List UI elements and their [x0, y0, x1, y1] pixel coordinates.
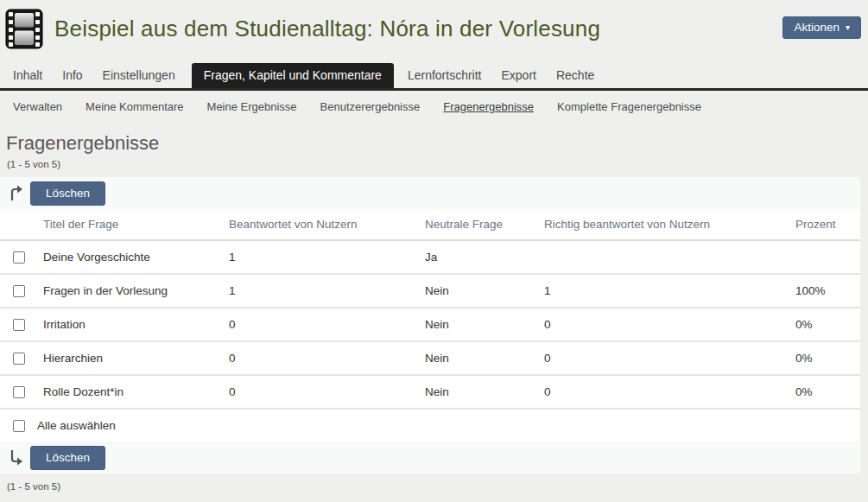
- subtab-komplette-fragenergebnisse[interactable]: Komplette Fragenergebnisse: [557, 100, 701, 113]
- table-row: Deine Vorgeschichte 1 Ja: [0, 240, 860, 274]
- cell-question-title: Hierarchien: [35, 341, 220, 375]
- cell-correct: 1: [535, 274, 787, 308]
- actions-button-label: Aktionen: [794, 21, 839, 34]
- cell-correct: [535, 240, 787, 274]
- cell-percent: 100%: [787, 274, 860, 308]
- delete-button-bottom[interactable]: Löschen: [30, 446, 105, 470]
- section-title: Fragenergebnisse: [6, 132, 868, 155]
- tab-inhalt[interactable]: Inhalt: [4, 63, 51, 88]
- row-checkbox[interactable]: [13, 319, 25, 331]
- apply-to-selection-down-arrow-icon: [9, 449, 23, 466]
- col-richtig-beantwortet: Richtig beantwortet von Nutzern: [535, 209, 787, 240]
- subtab-fragenergebnisse[interactable]: Fragenergebnisse: [443, 100, 534, 113]
- cell-neutral: Nein: [416, 274, 535, 308]
- cell-percent: 0%: [787, 375, 860, 409]
- main-tabbar: Inhalt Info Einstellungen Fragen, Kapite…: [0, 51, 868, 91]
- cell-neutral: Nein: [416, 308, 535, 341]
- col-prozent: Prozent: [787, 209, 860, 240]
- cell-percent: [787, 240, 860, 274]
- col-titel-der-frage: Titel der Frage: [35, 209, 220, 240]
- header-checkbox-spacer: [0, 209, 35, 240]
- tab-fragen-kapitel-kommentare[interactable]: Fragen, Kapitel und Kommentare: [192, 63, 394, 88]
- cell-answered: 0: [220, 375, 416, 409]
- apply-to-selection-up-arrow-icon: [9, 185, 23, 201]
- sub-tabbar: Verwalten Meine Kommentare Meine Ergebni…: [0, 91, 868, 118]
- select-all-label: Alle auswählen: [37, 419, 116, 432]
- row-checkbox[interactable]: [13, 353, 25, 365]
- cell-correct: 0: [535, 341, 787, 375]
- tab-rechte[interactable]: Rechte: [548, 63, 603, 88]
- result-range-bottom: (1 - 5 von 5): [7, 481, 868, 492]
- tab-info[interactable]: Info: [54, 63, 91, 88]
- subtab-verwalten[interactable]: Verwalten: [13, 100, 62, 113]
- tab-einstellungen[interactable]: Einstellungen: [94, 63, 184, 88]
- question-results-table: Titel der Frage Beantwortet von Nutzern …: [0, 209, 860, 442]
- cell-neutral: Nein: [416, 375, 535, 409]
- col-beantwortet-von-nutzern: Beantwortet von Nutzern: [220, 209, 416, 240]
- cell-question-title: Rolle Dozent*in: [35, 375, 220, 409]
- subtab-meine-kommentare[interactable]: Meine Kommentare: [86, 100, 183, 113]
- bottom-toolbar: Löschen: [0, 442, 860, 473]
- select-all-row: Alle auswählen: [0, 409, 860, 442]
- cell-question-title: Deine Vorgeschichte: [35, 240, 220, 274]
- film-strip-icon: [5, 9, 43, 49]
- subtab-benutzerergebnisse[interactable]: Benutzerergebnisse: [320, 100, 421, 113]
- tab-export[interactable]: Export: [493, 63, 545, 88]
- cell-correct: 0: [535, 308, 787, 341]
- row-checkbox[interactable]: [13, 386, 25, 398]
- page-title: Beispiel aus dem Studienalltag: Nóra in …: [54, 16, 600, 42]
- cell-answered: 1: [220, 240, 416, 274]
- page-header: Beispiel aus dem Studienalltag: Nóra in …: [0, 0, 868, 51]
- tab-lernfortschritt[interactable]: Lernfortschritt: [399, 63, 491, 88]
- cell-percent: 0%: [787, 308, 860, 341]
- cell-answered: 1: [220, 274, 416, 308]
- table-header-row: Titel der Frage Beantwortet von Nutzern …: [0, 209, 860, 240]
- row-checkbox[interactable]: [13, 251, 25, 264]
- cell-neutral: Ja: [416, 240, 535, 274]
- row-checkbox[interactable]: [13, 285, 25, 297]
- cell-correct: 0: [535, 375, 787, 409]
- subtab-meine-ergebnisse[interactable]: Meine Ergebnisse: [207, 100, 297, 113]
- cell-question-title: Fragen in der Vorlesung: [35, 274, 220, 308]
- table-row: Irritation 0 Nein 0 0%: [0, 308, 860, 341]
- actions-button[interactable]: Aktionen ▾: [782, 16, 861, 39]
- results-panel: Löschen Titel der Frage Beantwortet von …: [0, 177, 860, 473]
- cell-percent: 0%: [787, 341, 860, 375]
- cell-answered: 0: [220, 308, 416, 341]
- cell-answered: 0: [220, 341, 416, 375]
- cell-question-title: Irritation: [35, 308, 220, 341]
- caret-down-icon: ▾: [846, 23, 850, 32]
- table-row: Rolle Dozent*in 0 Nein 0 0%: [0, 375, 860, 409]
- delete-button-top[interactable]: Löschen: [30, 181, 105, 206]
- table-row: Hierarchien 0 Nein 0 0%: [0, 341, 860, 375]
- top-toolbar: Löschen: [0, 177, 860, 209]
- col-neutrale-frage: Neutrale Frage: [416, 209, 535, 240]
- select-all-checkbox[interactable]: [13, 420, 25, 432]
- table-row: Fragen in der Vorlesung 1 Nein 1 100%: [0, 274, 860, 308]
- cell-neutral: Nein: [416, 341, 535, 375]
- result-range-top: (1 - 5 von 5): [7, 159, 60, 169]
